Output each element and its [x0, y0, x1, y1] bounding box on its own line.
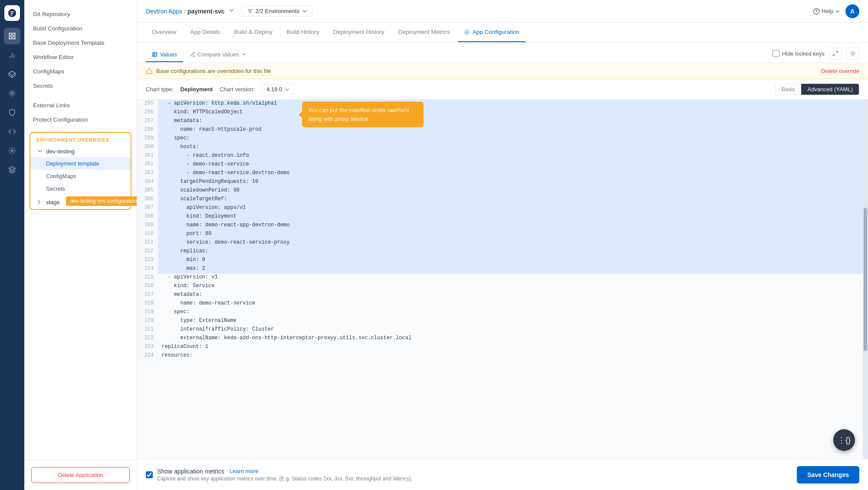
- code-lines: 295 - apiVersion: http.keda.sh/v1alpha12…: [137, 100, 868, 361]
- line-number: 304: [137, 178, 158, 187]
- line-number: 319: [137, 308, 158, 317]
- mode-advanced-button[interactable]: Advanced (YAML): [801, 84, 859, 95]
- code-line: 317 metadata:: [137, 291, 868, 300]
- breadcrumb-app-link[interactable]: Devtron Apps: [146, 8, 182, 15]
- line-number: 321: [137, 326, 158, 334]
- nav-icon-flower[interactable]: [4, 85, 20, 102]
- tab-deployment-history[interactable]: Deployment History: [327, 23, 391, 42]
- code-line: 310 port: 80: [137, 230, 868, 239]
- nav-icon-settings[interactable]: [4, 142, 20, 159]
- metrics-checkbox[interactable]: [146, 471, 153, 478]
- env-group-header-dev-testing[interactable]: dev-testing: [30, 145, 131, 157]
- settings-icon-button[interactable]: [846, 47, 859, 60]
- env-group-stage[interactable]: stage: [30, 195, 66, 209]
- nav-icon-stack[interactable]: [4, 66, 20, 83]
- line-number: 302: [137, 161, 158, 169]
- breadcrumb-dropdown-icon[interactable]: [228, 7, 234, 15]
- code-line: 309 name: demo-react-app-devtron-demo: [137, 222, 868, 230]
- chart-type-bar: Chart type: Deployment Chart version: 4.…: [137, 79, 868, 100]
- line-content: name: demo-react-service: [158, 300, 868, 308]
- scroll-thumb[interactable]: [864, 208, 867, 351]
- line-number: 310: [137, 230, 158, 239]
- svg-rect-1: [9, 33, 11, 35]
- tab-build-deploy[interactable]: Build & Deploy: [228, 23, 279, 42]
- svg-point-10: [11, 93, 13, 95]
- line-content: metadata:: [158, 117, 868, 126]
- code-line: 302 - demo-react-service: [137, 161, 868, 169]
- help-button[interactable]: Help: [813, 8, 840, 15]
- env-sub-item-configmaps[interactable]: ConfigMaps: [30, 170, 131, 182]
- line-content: resources:: [158, 352, 868, 361]
- tab-app-configuration[interactable]: App Configuration: [458, 23, 526, 42]
- tab-deployment-metrics[interactable]: Deployment Metrics: [392, 23, 456, 42]
- nav-sidebar: Git Repository Build Configuration Base …: [24, 0, 137, 490]
- code-line: 318 name: demo-react-service: [137, 300, 868, 308]
- scroll-bar[interactable]: [863, 100, 868, 459]
- line-number: 317: [137, 291, 158, 300]
- sidebar-item-secrets[interactable]: Secrets: [24, 79, 137, 93]
- nav-icon-chart[interactable]: [4, 47, 20, 63]
- alert-text: Base configurations are overridden for t…: [156, 68, 271, 74]
- delete-override-button[interactable]: Delete override: [821, 68, 859, 74]
- svg-point-26: [852, 53, 854, 54]
- content-area: Values Compare Values Hide locked keys: [137, 43, 868, 490]
- code-line: 308 kind: Deployment: [137, 213, 868, 222]
- fab-button[interactable]: ⋮{}: [833, 429, 855, 451]
- sidebar-item-workflow-editor[interactable]: Workflow Editor: [24, 50, 137, 64]
- tab-build-history[interactable]: Build History: [280, 23, 326, 42]
- sidebar-item-base-deployment[interactable]: Base Deployment Template: [24, 36, 137, 50]
- icon-sidebar: [0, 0, 24, 490]
- tab-compare-values[interactable]: Compare Values: [183, 48, 252, 62]
- env-overrides-section: ENVIRONMENT OVERRIDES dev-testing Deploy…: [30, 132, 132, 210]
- nav-icon-layers[interactable]: [4, 162, 20, 178]
- nav-icon-code[interactable]: [4, 123, 20, 140]
- sidebar-item-git-repo[interactable]: Git Repository: [24, 7, 137, 21]
- tab-values[interactable]: Values: [146, 48, 183, 62]
- save-changes-button[interactable]: Save Changes: [797, 466, 859, 483]
- breadcrumb-sep: /: [184, 8, 186, 15]
- env-count: 2/2 Environments: [256, 8, 299, 14]
- hide-locked-keys-label[interactable]: Hide locked keys: [773, 50, 825, 57]
- nav-icon-apps[interactable]: [4, 28, 20, 44]
- env-name-dev-testing: dev-testing: [46, 148, 75, 155]
- line-number: 323: [137, 343, 158, 352]
- sidebar-item-configmaps[interactable]: ConfigMaps: [24, 64, 137, 79]
- sidebar-item-protect-config[interactable]: Protect Configuration: [24, 113, 137, 127]
- env-sub-item-deployment-template[interactable]: Deployment template: [30, 157, 131, 170]
- line-number: 301: [137, 152, 158, 161]
- chart-version-value: 4.19.0: [266, 86, 282, 93]
- avatar[interactable]: A: [845, 4, 859, 18]
- mode-basic-button[interactable]: Basic: [776, 84, 802, 95]
- sidebar-item-external-links[interactable]: External Links: [24, 98, 137, 113]
- tab-compare-label: Compare Values: [197, 51, 239, 58]
- code-editor[interactable]: You can put the manifest under rawYaml a…: [137, 100, 868, 459]
- chart-type-value: Deployment: [181, 86, 213, 93]
- line-content: externalName: keda-add-ons-http-intercep…: [158, 334, 868, 343]
- nav-icon-security[interactable]: [4, 104, 20, 121]
- sidebar-item-build-config[interactable]: Build Configuration: [24, 21, 137, 36]
- help-label: Help: [822, 8, 833, 14]
- delete-app-button[interactable]: Delete Application: [31, 467, 130, 483]
- tab-overview[interactable]: Overview: [146, 23, 182, 42]
- env-badge[interactable]: 2/2 Environments: [241, 6, 313, 17]
- code-line: 321 internalTrafficPolicy: Cluster: [137, 326, 868, 334]
- line-number: 315: [137, 274, 158, 282]
- show-metrics-section: Show application metrics Learn more Capt…: [146, 468, 412, 482]
- line-content: type: ExternalName: [158, 317, 868, 326]
- line-number: 297: [137, 117, 158, 126]
- line-content: kind: Service: [158, 282, 868, 291]
- expand-icon-button[interactable]: [829, 47, 842, 60]
- metrics-label[interactable]: Show application metrics: [157, 468, 224, 475]
- app-logo[interactable]: [4, 5, 20, 21]
- env-overrides-label: ENVIRONMENT OVERRIDES: [30, 133, 131, 145]
- env-sub-item-secrets[interactable]: Secrets: [30, 182, 131, 195]
- tab-app-details[interactable]: App Details: [184, 23, 226, 42]
- chart-version-select[interactable]: 4.19.0: [262, 84, 295, 95]
- sidebar-bottom: Delete Application: [24, 460, 137, 490]
- chevron-right-icon: [36, 199, 43, 205]
- code-line: 299 spec:: [137, 135, 868, 143]
- line-number: 322: [137, 334, 158, 343]
- learn-more-link[interactable]: Learn more: [230, 468, 258, 474]
- top-bar-right: Help A: [813, 4, 859, 18]
- hide-locked-checkbox[interactable]: [773, 50, 779, 57]
